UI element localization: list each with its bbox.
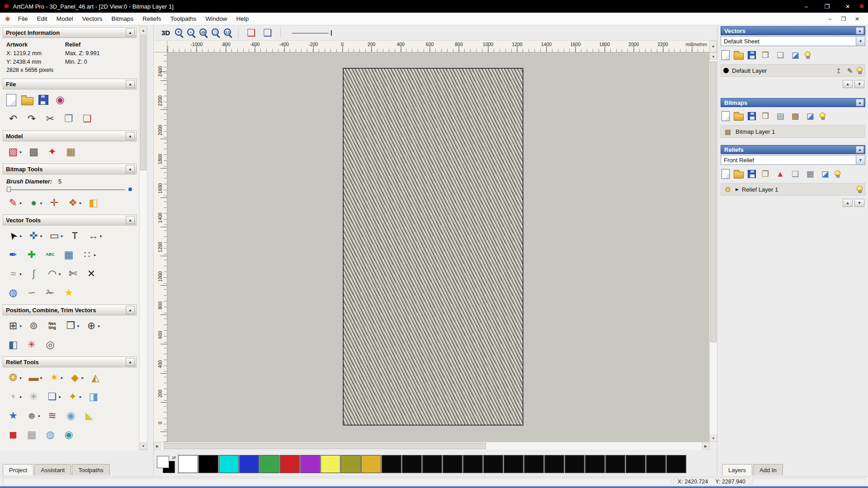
- flyout-arrow-icon[interactable]: ▸: [80, 394, 82, 399]
- copy-vectors-icon[interactable]: ❑: [775, 50, 786, 61]
- close-button[interactable]: ✕: [837, 0, 858, 13]
- move-layer-up-button[interactable]: ▲: [843, 80, 853, 88]
- slider-track[interactable]: [6, 189, 125, 190]
- palette-swatch[interactable]: [219, 455, 239, 473]
- mdi-restore-button[interactable]: ❐: [838, 14, 849, 23]
- create-cross-icon[interactable]: ✚: [25, 248, 38, 262]
- collapse-icon[interactable]: ▲: [126, 165, 135, 173]
- face-wizard-icon[interactable]: ☻: [25, 409, 38, 422]
- collapse-icon[interactable]: ▲: [126, 306, 135, 314]
- save-bitmap-layer-icon[interactable]: [748, 112, 756, 120]
- flyout-arrow-icon[interactable]: ▸: [41, 201, 43, 205]
- menu-bitmaps[interactable]: Bitmaps: [107, 15, 138, 22]
- section-header-project-information[interactable]: Project Information ▲: [3, 27, 137, 38]
- scroll-right-icon[interactable]: ▶: [702, 442, 709, 450]
- palette-swatch[interactable]: [544, 455, 564, 473]
- mirror-vectors-icon[interactable]: ◧: [6, 338, 20, 352]
- palette-swatch[interactable]: [280, 455, 300, 473]
- maximize-button[interactable]: ❐: [816, 0, 837, 13]
- palette-swatch[interactable]: [504, 455, 524, 473]
- section-header-model[interactable]: Model ▲: [3, 131, 137, 141]
- flyout-arrow-icon[interactable]: ▸: [100, 234, 103, 238]
- new-bitmap-layer-icon[interactable]: [722, 111, 730, 121]
- scroll-up-icon[interactable]: ▲: [710, 52, 717, 60]
- bitmaps-header[interactable]: Bitmaps ▲: [721, 98, 865, 107]
- dome-relief-icon[interactable]: ◆: [68, 371, 82, 385]
- vector-layer-row[interactable]: Default Layer ↥✎: [721, 64, 865, 77]
- trim-vectors-icon[interactable]: ✄: [66, 267, 80, 281]
- palette-swatch[interactable]: [382, 455, 401, 473]
- select-vectors-icon[interactable]: ➤: [4, 226, 23, 245]
- wave-relief-icon[interactable]: ≋: [46, 409, 59, 422]
- create-curve-icon[interactable]: ≈: [6, 267, 20, 281]
- menu-help[interactable]: Help: [231, 15, 253, 22]
- create-star-icon[interactable]: ★: [62, 286, 75, 300]
- block-copy-icon[interactable]: ▦: [62, 248, 75, 262]
- tab-toolpaths[interactable]: Toolpaths: [72, 464, 110, 475]
- bitmap-layer-row[interactable]: ▩ Bitmap Layer 1: [721, 125, 865, 138]
- align-vectors-icon[interactable]: ⊞: [6, 319, 20, 333]
- undo-icon[interactable]: ↶: [6, 112, 20, 126]
- relief-select[interactable]: Front Relief ▼: [721, 155, 865, 165]
- palette-swatch[interactable]: [585, 455, 605, 473]
- reliefs-header[interactable]: Reliefs ▲: [721, 145, 865, 154]
- collapse-icon[interactable]: ▲: [126, 132, 135, 140]
- import-vectors-icon[interactable]: ❐: [760, 50, 771, 61]
- edit-vector-layer-icon[interactable]: ✎: [845, 66, 854, 75]
- palette-primary[interactable]: [157, 456, 169, 468]
- zoom-in-icon[interactable]: +: [175, 28, 184, 37]
- vector-layer-colour-icon[interactable]: [723, 68, 729, 73]
- delete-bitmap-layer-icon[interactable]: ◪: [805, 111, 816, 122]
- set-position-icon[interactable]: ✦: [46, 145, 59, 159]
- import-bitmap-icon[interactable]: ❐: [760, 111, 771, 122]
- palette-swatch[interactable]: [483, 455, 503, 473]
- flyout-arrow-icon[interactable]: ▸: [41, 234, 43, 238]
- open-relief-layer-icon[interactable]: [734, 172, 744, 178]
- palette-swatch[interactable]: [361, 455, 381, 473]
- flyout-arrow-icon[interactable]: ▸: [20, 394, 22, 399]
- move-layer-down-button[interactable]: ▼: [854, 199, 864, 207]
- canvas-horizontal-scrollbar[interactable]: ▶ ▶: [154, 442, 709, 450]
- palette-swatch[interactable]: [178, 455, 198, 473]
- palette-swatch[interactable]: [321, 455, 340, 473]
- flyout-arrow-icon[interactable]: ▸: [20, 324, 22, 328]
- flyout-arrow-icon[interactable]: ▸: [94, 253, 96, 257]
- merge-vector-layer-icon[interactable]: ↥: [834, 66, 843, 75]
- collapse-icon[interactable]: ▲: [126, 358, 135, 366]
- scrollbar-thumb[interactable]: [710, 61, 717, 342]
- vector-layer-label[interactable]: Default Layer: [732, 67, 831, 74]
- create-rectangle-icon[interactable]: ▭: [47, 229, 61, 243]
- bitmap-palette-icon[interactable]: ❖: [66, 196, 80, 210]
- menu-file[interactable]: File: [14, 15, 33, 22]
- primary-secondary-colours[interactable]: ⇄: [157, 455, 176, 473]
- transform-vectors-icon[interactable]: ✜: [27, 229, 41, 243]
- open-vector-layer-icon[interactable]: [734, 53, 744, 60]
- palette-swatch[interactable]: [626, 455, 646, 473]
- sphere-relief-icon[interactable]: ◉: [64, 409, 78, 422]
- paste-icon[interactable]: ❑: [80, 112, 94, 126]
- zoom-box-icon[interactable]: ▭: [199, 28, 208, 37]
- free-curve-icon[interactable]: ∽: [25, 286, 38, 300]
- scroll-left-icon[interactable]: ▶: [154, 442, 161, 450]
- menu-vectors[interactable]: Vectors: [78, 15, 107, 22]
- section-header-bitmap-tools[interactable]: Bitmap Tools ▲: [3, 164, 137, 174]
- flyout-arrow-icon[interactable]: ▸: [20, 272, 22, 276]
- circular-copy-icon[interactable]: ⊚: [27, 319, 41, 333]
- import-relief-icon[interactable]: ❐: [760, 169, 771, 179]
- menu-window[interactable]: Window: [201, 15, 231, 22]
- flyout-arrow-icon[interactable]: ▸: [61, 375, 63, 380]
- save-vector-layer-icon[interactable]: [748, 51, 756, 59]
- adjust-model-icon[interactable]: ▩: [27, 145, 41, 159]
- mdi-minimize-button[interactable]: –: [825, 14, 835, 23]
- constant-height-icon[interactable]: ◉: [62, 428, 75, 441]
- set-model-size-icon[interactable]: ▧: [6, 145, 20, 159]
- fit-curve-icon[interactable]: ∫: [27, 267, 41, 281]
- nesting-icon[interactable]: Nes ting: [46, 319, 59, 333]
- scroll-down-icon[interactable]: ▼: [710, 435, 717, 442]
- open-bitmap-layer-icon[interactable]: [734, 114, 744, 121]
- flyout-arrow-icon[interactable]: ▸: [59, 394, 61, 399]
- expand-icon[interactable]: ▶: [736, 187, 739, 192]
- toggle-page-blue-icon[interactable]: ❏: [261, 26, 274, 40]
- palette-swatch[interactable]: [524, 455, 544, 473]
- sculpt-icon[interactable]: ❂: [6, 371, 20, 385]
